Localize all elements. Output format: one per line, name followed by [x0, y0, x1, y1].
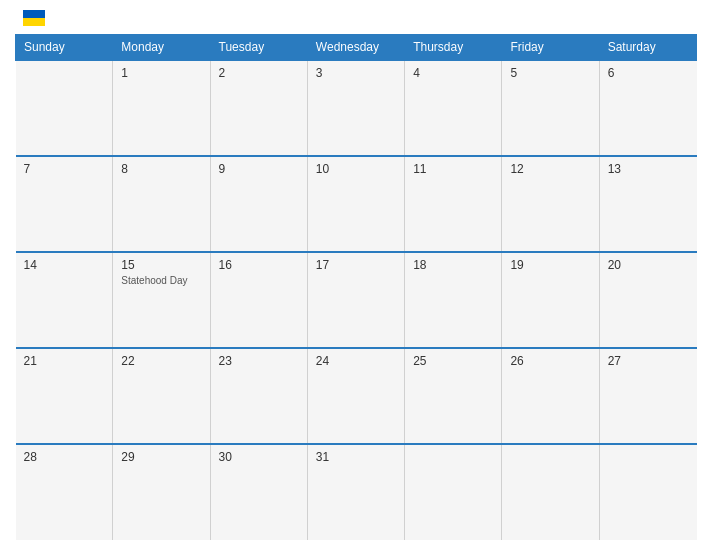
- calendar-cell: [502, 444, 599, 540]
- weekday-header-tuesday: Tuesday: [210, 35, 307, 61]
- calendar-cell: 17: [307, 252, 404, 348]
- calendar-header: SundayMondayTuesdayWednesdayThursdayFrid…: [16, 35, 697, 61]
- calendar-cell: 23: [210, 348, 307, 444]
- calendar-cell: 22: [113, 348, 210, 444]
- calendar-cell: 8: [113, 156, 210, 252]
- day-number: 15: [121, 258, 201, 272]
- calendar-cell: 25: [405, 348, 502, 444]
- calendar-cell: 13: [599, 156, 696, 252]
- calendar-cell: 27: [599, 348, 696, 444]
- day-number: 13: [608, 162, 689, 176]
- day-number: 17: [316, 258, 396, 272]
- weekday-header-row: SundayMondayTuesdayWednesdayThursdayFrid…: [16, 35, 697, 61]
- calendar-body: 123456789101112131415Statehood Day161718…: [16, 60, 697, 540]
- calendar-cell: 3: [307, 60, 404, 156]
- day-number: 6: [608, 66, 689, 80]
- calendar-cell: 6: [599, 60, 696, 156]
- calendar-cell: 4: [405, 60, 502, 156]
- day-number: 26: [510, 354, 590, 368]
- calendar-cell: 19: [502, 252, 599, 348]
- day-number: 3: [316, 66, 396, 80]
- day-number: 30: [219, 450, 299, 464]
- calendar-cell: 14: [16, 252, 113, 348]
- calendar-cell: 5: [502, 60, 599, 156]
- logo: [20, 10, 45, 26]
- day-number: 21: [24, 354, 105, 368]
- day-number: 14: [24, 258, 105, 272]
- weekday-header-monday: Monday: [113, 35, 210, 61]
- day-number: 19: [510, 258, 590, 272]
- holiday-label: Statehood Day: [121, 275, 201, 286]
- week-row-1: 123456: [16, 60, 697, 156]
- day-number: 10: [316, 162, 396, 176]
- day-number: 31: [316, 450, 396, 464]
- day-number: 23: [219, 354, 299, 368]
- header: [15, 10, 697, 26]
- weekday-header-friday: Friday: [502, 35, 599, 61]
- calendar-cell: 7: [16, 156, 113, 252]
- day-number: 12: [510, 162, 590, 176]
- day-number: 27: [608, 354, 689, 368]
- week-row-5: 28293031: [16, 444, 697, 540]
- calendar-table: SundayMondayTuesdayWednesdayThursdayFrid…: [15, 34, 697, 540]
- day-number: 25: [413, 354, 493, 368]
- weekday-header-thursday: Thursday: [405, 35, 502, 61]
- day-number: 29: [121, 450, 201, 464]
- day-number: 8: [121, 162, 201, 176]
- day-number: 20: [608, 258, 689, 272]
- week-row-2: 78910111213: [16, 156, 697, 252]
- day-number: 1: [121, 66, 201, 80]
- logo-text: [20, 10, 45, 26]
- calendar-cell: [599, 444, 696, 540]
- day-number: 11: [413, 162, 493, 176]
- calendar-cell: 11: [405, 156, 502, 252]
- day-number: 5: [510, 66, 590, 80]
- calendar-cell: 16: [210, 252, 307, 348]
- calendar-cell: 31: [307, 444, 404, 540]
- day-number: 9: [219, 162, 299, 176]
- calendar-cell: 12: [502, 156, 599, 252]
- day-number: 7: [24, 162, 105, 176]
- calendar-cell: 29: [113, 444, 210, 540]
- day-number: 4: [413, 66, 493, 80]
- calendar-cell: 18: [405, 252, 502, 348]
- ukraine-flag-icon: [23, 10, 45, 26]
- calendar-cell: 15Statehood Day: [113, 252, 210, 348]
- calendar-cell: 9: [210, 156, 307, 252]
- day-number: 16: [219, 258, 299, 272]
- calendar-cell: [16, 60, 113, 156]
- day-number: 24: [316, 354, 396, 368]
- calendar-cell: 26: [502, 348, 599, 444]
- week-row-3: 1415Statehood Day1617181920: [16, 252, 697, 348]
- calendar-cell: 28: [16, 444, 113, 540]
- calendar-cell: 1: [113, 60, 210, 156]
- week-row-4: 21222324252627: [16, 348, 697, 444]
- day-number: 2: [219, 66, 299, 80]
- weekday-header-sunday: Sunday: [16, 35, 113, 61]
- calendar-cell: 30: [210, 444, 307, 540]
- day-number: 22: [121, 354, 201, 368]
- calendar-cell: 24: [307, 348, 404, 444]
- calendar-page: SundayMondayTuesdayWednesdayThursdayFrid…: [0, 0, 712, 550]
- calendar-cell: 20: [599, 252, 696, 348]
- calendar-cell: 10: [307, 156, 404, 252]
- calendar-cell: [405, 444, 502, 540]
- weekday-header-saturday: Saturday: [599, 35, 696, 61]
- calendar-cell: 2: [210, 60, 307, 156]
- weekday-header-wednesday: Wednesday: [307, 35, 404, 61]
- day-number: 28: [24, 450, 105, 464]
- calendar-cell: 21: [16, 348, 113, 444]
- day-number: 18: [413, 258, 493, 272]
